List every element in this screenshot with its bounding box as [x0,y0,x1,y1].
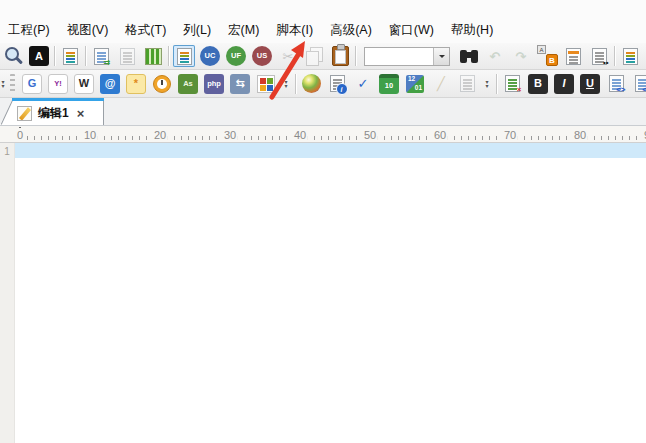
color-sphere-icon[interactable] [300,73,322,95]
code-doc-icon-2[interactable]: <> [631,73,646,95]
menu-window[interactable]: 窗口(W) [389,22,434,39]
menu-view[interactable]: 视图(V) [67,22,109,39]
menu-script[interactable]: 脚本(I) [276,22,313,39]
code-doc-icon-1[interactable]: <> [605,73,627,95]
ruler-number: 80 [572,128,588,142]
menu-help[interactable]: 帮助(H) [451,22,493,39]
toolbar-separator [496,74,497,94]
menu-macro[interactable]: 宏(M) [228,22,259,39]
toolbar-separator [54,46,55,66]
web-spiral-icon[interactable]: @ [99,73,121,95]
menubar: 工程(P)视图(V)格式(T)列(L)宏(M)脚本(I)高级(A)窗口(W)帮助… [0,0,646,43]
doc-info-icon[interactable]: i [326,73,348,95]
encoding-uc-icon[interactable]: UC [199,45,221,67]
date-convert-icon[interactable]: 1201 [404,73,426,95]
tab-bar: 编辑1 × [0,98,646,126]
italic-icon[interactable]: I [553,73,575,95]
column-ruler: 0102030405060708090 [0,126,646,143]
toolbar-row-2: ▾▾GY!W@*Asphp⇆▾▾i✓101201╱▾▾×BIU<><><><> [0,70,646,98]
sync-icon[interactable]: ⇆ [229,73,251,95]
office-grid-icon[interactable] [255,73,277,95]
tab-close-icon[interactable]: × [77,107,85,120]
text-content-area[interactable] [15,143,646,443]
menu-column[interactable]: 列(L) [183,22,211,39]
align-left-icon[interactable] [619,45,641,67]
ruler-number: 70 [502,128,518,142]
line-display-icon[interactable] [173,45,195,67]
validate-icon[interactable]: ✓ [352,73,374,95]
find-previous-icon[interactable]: ↶ [484,45,506,67]
ruler-number: 60 [432,128,448,142]
ruler-ticks [20,136,646,140]
menu-project[interactable]: 工程(P) [8,22,50,39]
list-remove-icon[interactable]: × [501,73,523,95]
underline-icon[interactable]: U [579,73,601,95]
toolbar-separator [295,74,296,94]
ruler-number: 30 [222,128,238,142]
current-line-highlight [15,143,646,158]
tab-edit1[interactable]: 编辑1 × [0,98,104,125]
font-style-icon[interactable]: A [28,45,50,67]
toolbar-separator [85,46,86,66]
find-in-doc-icon[interactable]: •• [588,45,610,67]
clock-icon[interactable] [151,73,173,95]
toolbar-separator [168,46,169,66]
toolbar-overflow-2[interactable]: ▾▾ [482,80,492,88]
toolbar-separator [355,46,356,66]
ruler-number: 90 [642,128,646,142]
wizard-icon[interactable]: * [125,73,147,95]
toolbar-overflow-edge[interactable]: ▾▾ [0,80,7,88]
replace-icon[interactable]: AB [536,45,558,67]
ruler-number: 40 [292,128,308,142]
toolbar-row-1: A⇉UCUFUS✂↶↷AB•• [0,43,646,70]
toolbar-separator [614,46,615,66]
encoding-us-icon[interactable]: US [251,45,273,67]
copy-icon[interactable] [303,45,325,67]
search-combobox[interactable] [364,47,450,66]
toolbar-grip[interactable] [10,74,15,94]
yahoo-icon[interactable]: Y! [47,73,69,95]
google-icon[interactable]: G [21,73,43,95]
line-number-gutter: 1 [0,143,15,443]
ruler-number: 20 [152,128,168,142]
edit-area: 1 [0,143,646,443]
special-paste-doc-icon[interactable] [456,73,478,95]
find-next-icon[interactable]: ↷ [510,45,532,67]
bold-icon[interactable]: B [527,73,549,95]
tab-label: 编辑1 [38,105,69,122]
paste-icon[interactable] [329,45,351,67]
highlight-line-doc-icon[interactable] [562,45,584,67]
magic-wand-icon[interactable]: ╱ [430,73,452,95]
wikipedia-icon[interactable]: W [73,73,95,95]
ruler-number: 10 [82,128,98,142]
line-number: 1 [0,144,14,159]
actionscript-icon[interactable]: As [177,73,199,95]
ruler-number: 50 [362,128,378,142]
menu-advanced[interactable]: 高级(A) [330,22,372,39]
column-grid-icon[interactable] [142,45,164,67]
encoding-uf-icon[interactable]: UF [225,45,247,67]
combo-dropdown-arrow[interactable] [433,48,449,65]
ruler-number: 0 [15,128,25,142]
cut-icon[interactable]: ✂ [277,45,299,67]
toolbar-overflow-1[interactable]: ▾▾ [281,80,291,88]
menu-format[interactable]: 格式(T) [125,22,166,39]
find-icon[interactable] [458,45,480,67]
syntax-color-doc-icon[interactable] [59,45,81,67]
editor-window: 工程(P)视图(V)格式(T)列(L)宏(M)脚本(I)高级(A)窗口(W)帮助… [0,0,646,443]
print-layout-icon[interactable] [116,45,138,67]
zoom-preview-icon[interactable] [2,45,24,67]
calendar-icon[interactable]: 10 [378,73,400,95]
word-wrap-icon[interactable]: ⇉ [90,45,112,67]
php-icon[interactable]: php [203,73,225,95]
edit-pencil-icon [17,106,32,121]
